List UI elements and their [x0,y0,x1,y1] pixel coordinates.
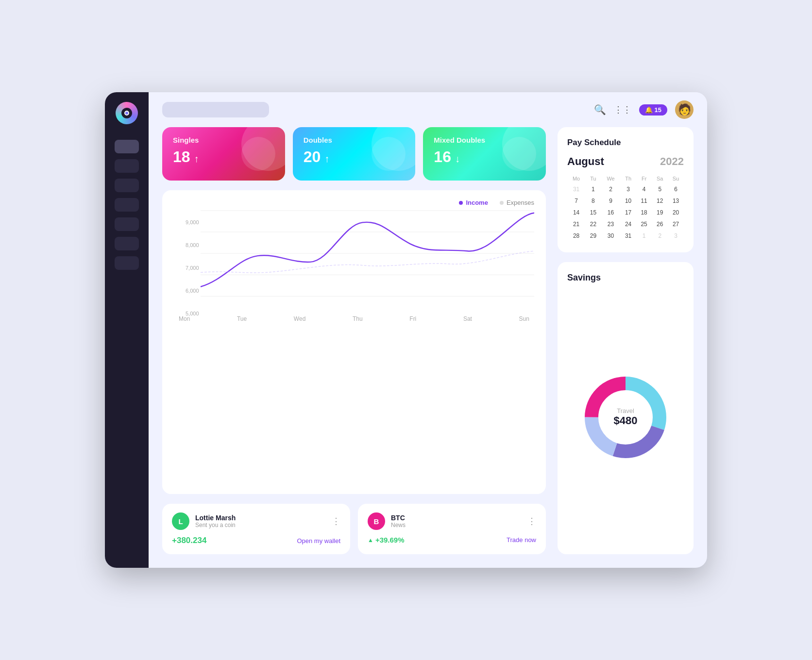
btc-change-icon: ▲ [368,537,373,544]
cal-week-2: 7 8 9 10 11 12 13 [567,195,684,207]
cal-day: 16 [601,207,621,218]
header: 🔍 ⋮⋮ 🔔 15 🧑 [149,92,707,127]
calendar-grid: Mo Tu We Th Fr Sa Su [567,174,684,242]
cal-day: 25 [636,218,652,230]
sidebar-item-6[interactable] [115,237,139,250]
cal-day: 27 [668,218,684,230]
doubles-trend-icon [324,148,329,166]
cal-day: 6 [668,183,684,195]
mixed-card: Mixed Doubles 16 [423,127,546,181]
btc-change: ▲ +39.69% [368,536,405,544]
logo[interactable] [116,102,138,124]
stat-cards: Singles 18 Doubles 20 [162,127,546,181]
main-content: 🔍 ⋮⋮ 🔔 15 🧑 Singles 18 [149,92,707,568]
cal-week-5: 28 29 30 31 1 2 3 [567,230,684,242]
savings-title: Savings [567,273,684,283]
cal-head-we: We [601,174,621,183]
sidebar-item-7[interactable] [115,256,139,270]
sidebar-item-1[interactable] [115,140,139,153]
cal-day: 23 [601,218,621,230]
singles-trend-icon [194,148,199,166]
cal-day: 5 [652,183,668,195]
user-avatar[interactable]: 🧑 [675,100,694,119]
sidebar-item-2[interactable] [115,159,139,173]
donut-container: Travel $480 [567,291,684,544]
cal-day: 22 [585,218,601,230]
cal-day: 17 [620,207,636,218]
cal-day: 9 [601,195,621,207]
calendar-month: August [567,155,604,168]
logo-dot [124,111,129,116]
content-right: Pay Schedule August 2022 Mo Tu We [558,127,694,554]
cal-week-1: 31 1 2 3 4 5 6 [567,183,684,195]
cal-day: 10 [620,195,636,207]
chart-card: Income Expenses 9,000 8,000 7,000 6,000 [162,190,546,494]
mixed-label: Mixed Doubles [434,136,535,144]
lottie-desc: Sent you a coin [195,522,236,528]
cal-head-fr: Fr [636,174,652,183]
btc-footer: ▲ +39.69% Trade now [368,536,536,544]
sidebar-item-4[interactable] [115,198,139,212]
cal-day: 11 [636,195,652,207]
app-container: 🔍 ⋮⋮ 🔔 15 🧑 Singles 18 [105,92,707,568]
chart-svg [201,205,534,312]
btc-desc: News [391,522,406,528]
cal-day: 30 [601,230,621,242]
lottie-info: Lottie Marsh Sent you a coin [195,514,236,528]
sidebar [105,92,149,568]
cal-day: 2 [601,183,621,195]
cal-head-su: Su [668,174,684,183]
search-bar[interactable] [162,102,269,117]
notification-icon: 🔔 [645,106,653,114]
cal-day: 2 [652,230,668,242]
cal-day: 24 [620,218,636,230]
calendar-header: August 2022 [567,155,684,168]
grid-icon[interactable]: ⋮⋮ [614,104,631,115]
lottie-more-button[interactable]: ⋮ [332,516,340,527]
content-area: Singles 18 Doubles 20 [149,127,707,568]
btc-header: B BTC News ⋮ [368,512,536,530]
cal-week-3: 14 15 16 17 18 19 20 [567,207,684,218]
cal-day: 31 [567,183,585,195]
chart-y-axis: 9,000 8,000 7,000 6,000 5,000 [186,219,199,316]
notification-count: 15 [655,106,661,114]
search-icon[interactable]: 🔍 [594,104,606,116]
btc-card: B BTC News ⋮ ▲ +39.69% [358,504,546,554]
lottie-avatar: L [172,512,189,530]
lottie-amount: +380.234 [172,536,206,545]
cal-day: 13 [668,195,684,207]
lottie-link[interactable]: Open my wallet [297,537,340,544]
pay-schedule-card: Pay Schedule August 2022 Mo Tu We [558,127,694,252]
doubles-card: Doubles 20 [293,127,416,181]
cal-day: 19 [652,207,668,218]
calendar-table: Mo Tu We Th Fr Sa Su [567,174,684,242]
cal-day: 4 [636,183,652,195]
cal-week-4: 21 22 23 24 25 26 27 [567,218,684,230]
chart-x-axis: Mon Tue Wed Thu Fri Sat Sun [174,315,534,322]
pay-schedule-title: Pay Schedule [567,138,684,148]
logo-inner [121,108,132,118]
mixed-trend-icon [455,148,460,166]
btc-amount: +39.69% [375,536,405,544]
btc-more-button[interactable]: ⋮ [527,516,536,527]
cal-day: 1 [585,183,601,195]
cal-head-tu: Tu [585,174,601,183]
cal-day: 12 [652,195,668,207]
calendar-year: 2022 [660,155,684,168]
cal-head-th: Th [620,174,636,183]
notification-button[interactable]: 🔔 15 [639,104,667,116]
btc-link[interactable]: Trade now [507,536,536,544]
content-left: Singles 18 Doubles 20 [162,127,546,554]
sidebar-item-3[interactable] [115,179,139,192]
cal-day: 21 [567,218,585,230]
cal-day: 29 [585,230,601,242]
cal-day: 7 [567,195,585,207]
doubles-label: Doubles [304,136,405,144]
lottie-header: L Lottie Marsh Sent you a coin ⋮ [172,512,340,530]
btc-name: BTC [391,514,406,522]
cal-day: 3 [620,183,636,195]
cal-day: 3 [668,230,684,242]
singles-label: Singles [173,136,274,144]
sidebar-item-5[interactable] [115,217,139,231]
cal-day: 1 [636,230,652,242]
